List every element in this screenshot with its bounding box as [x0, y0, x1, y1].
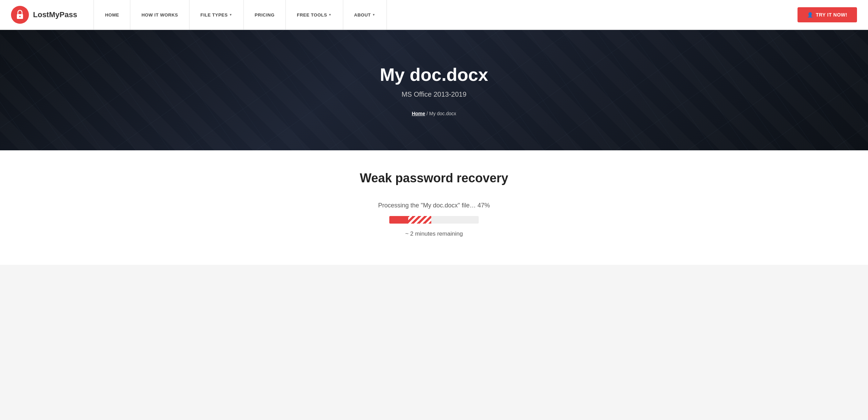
- hero-section: My doc.docx MS Office 2013-2019 Home / M…: [0, 30, 868, 150]
- user-icon: 👤: [807, 12, 813, 18]
- file-types-arrow-icon: ▼: [229, 13, 232, 17]
- progress-bar-container: [389, 216, 479, 224]
- hero-title: My doc.docx: [380, 64, 488, 85]
- logo-icon: [11, 6, 29, 24]
- nav-item-free-tools[interactable]: FREE TOOLS ▼: [286, 0, 343, 30]
- nav-item-pricing[interactable]: PRICING: [244, 0, 286, 30]
- progress-bar-fill: [389, 216, 431, 224]
- section-title: Weak password recovery: [360, 171, 508, 185]
- nav-item-about[interactable]: ABOUT ▼: [343, 0, 387, 30]
- try-it-now-button[interactable]: 👤 TRY IT NOW!: [798, 7, 857, 22]
- hero-content: My doc.docx MS Office 2013-2019 Home / M…: [380, 64, 488, 116]
- navbar: LostMyPass HOME HOW IT WORKS FILE TYPES …: [0, 0, 868, 30]
- free-tools-arrow-icon: ▼: [328, 13, 332, 17]
- logo-text: LostMyPass: [33, 10, 77, 19]
- nav-item-home[interactable]: HOME: [94, 0, 130, 30]
- breadcrumb: Home / My doc.docx: [380, 111, 488, 116]
- nav-item-file-types[interactable]: FILE TYPES ▼: [189, 0, 244, 30]
- processing-area: Processing the "My doc.docx" file… 47% ~…: [331, 202, 537, 237]
- processing-text: Processing the "My doc.docx" file… 47%: [378, 202, 490, 209]
- nav-links: HOME HOW IT WORKS FILE TYPES ▼ PRICING F…: [94, 0, 445, 30]
- breadcrumb-home-link[interactable]: Home: [412, 111, 425, 116]
- svg-point-2: [19, 16, 21, 17]
- logo[interactable]: LostMyPass: [11, 6, 77, 24]
- breadcrumb-separator: /: [425, 111, 429, 116]
- nav-item-how-it-works[interactable]: HOW IT WORKS: [130, 0, 189, 30]
- hero-subtitle: MS Office 2013-2019: [380, 90, 488, 98]
- main-content: Weak password recovery Processing the "M…: [0, 150, 868, 265]
- breadcrumb-current: My doc.docx: [429, 111, 456, 116]
- time-remaining: ~ 2 minutes remaining: [405, 230, 463, 237]
- about-arrow-icon: ▼: [372, 13, 375, 17]
